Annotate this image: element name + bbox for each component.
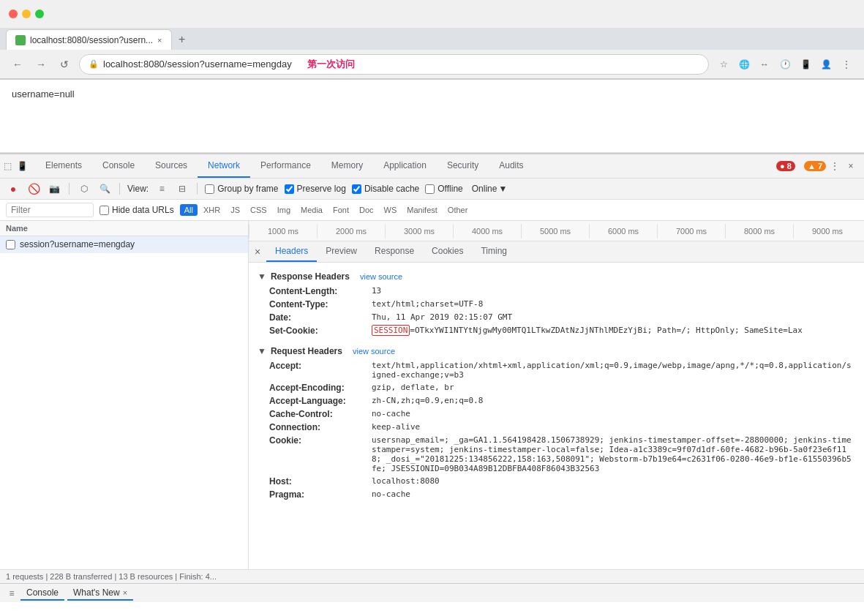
detail-tab-timing[interactable]: Timing (472, 241, 516, 262)
bookmark-button[interactable]: ☆ (715, 56, 732, 73)
forward-button[interactable]: → (32, 56, 50, 73)
url-bar[interactable]: 🔒 localhost:8080/session?username=mengda… (79, 54, 709, 75)
disable-cache-label[interactable]: Disable cache (352, 184, 419, 194)
screenshot-button[interactable]: 📷 (47, 181, 61, 196)
filter-type-media[interactable]: Media (296, 204, 327, 216)
request-headers-section[interactable]: ▼ Request Headers view source (258, 343, 855, 359)
large-view-button[interactable]: ⊟ (175, 181, 189, 196)
tab-elements[interactable]: Elements (35, 154, 92, 178)
maximize-window-button[interactable] (35, 10, 44, 18)
timeline-label-9: 9000 ms (793, 224, 861, 238)
header-name: Content-Type: (269, 299, 372, 309)
header-value: usersnap_email=; _ga=GA1.1.564198428.150… (372, 435, 855, 473)
close-window-button[interactable] (9, 10, 18, 18)
filter-type-manifest[interactable]: Manifest (402, 204, 442, 216)
request-row-checkbox[interactable] (6, 240, 15, 249)
hide-data-urls-label[interactable]: Hide data URLs (99, 205, 174, 215)
filter-type-all[interactable]: All (180, 204, 198, 216)
detail-tabs: × Headers Preview Response Cookies Timin… (249, 241, 864, 263)
header-name: Cache-Control: (269, 409, 372, 419)
refresh-button[interactable]: ↺ (56, 56, 73, 73)
tab-application[interactable]: Application (373, 154, 437, 178)
menu-button[interactable]: ⋮ (838, 56, 855, 73)
online-dropdown[interactable]: Online ▼ (469, 182, 511, 195)
record-button[interactable]: ● (6, 181, 20, 196)
tab-network[interactable]: Network (198, 154, 250, 178)
extensions-button[interactable]: 🌐 (735, 56, 753, 73)
device-icon[interactable]: 📱 (15, 159, 29, 173)
history-button[interactable]: 🕐 (776, 56, 794, 73)
filter-type-css[interactable]: CSS (246, 204, 271, 216)
minimize-window-button[interactable] (22, 10, 31, 18)
header-row-accept-encoding: Accept-Encoding: gzip, deflate, br (269, 381, 855, 394)
timeline-label-6: 6000 ms (589, 224, 657, 238)
response-headers-title: Response Headers (271, 271, 350, 282)
translate-button[interactable]: ↔ (756, 56, 773, 73)
timeline-label-5: 5000 ms (521, 224, 589, 238)
filter-type-ws[interactable]: WS (380, 204, 402, 216)
filter-types: All XHR JS CSS Img Media Font Doc WS Man… (180, 204, 473, 216)
detail-tab-response[interactable]: Response (366, 241, 423, 262)
detail-tab-cookies[interactable]: Cookies (423, 241, 472, 262)
header-row-set-cookie: Set-Cookie: SESSION=OTkxYWI1NTYtNjgwMy00… (269, 324, 855, 337)
bottom-tab-console[interactable]: Console (20, 586, 64, 601)
header-name: Connection: (269, 422, 372, 432)
filter-type-other[interactable]: Other (443, 204, 473, 216)
tab-security[interactable]: Security (437, 154, 489, 178)
back-button[interactable]: ← (9, 56, 26, 73)
nav-actions: ☆ 🌐 ↔ 🕐 📱 👤 ⋮ (715, 56, 855, 73)
name-header: Name (0, 221, 248, 236)
group-by-frame-checkbox[interactable] (205, 184, 214, 194)
group-by-frame-label[interactable]: Group by frame (205, 184, 278, 194)
filter-type-xhr[interactable]: XHR (199, 204, 225, 216)
filter-type-js[interactable]: JS (226, 204, 244, 216)
inspect-icon[interactable]: ⬚ (0, 159, 15, 173)
header-name: Set-Cookie: (269, 326, 372, 336)
tab-audits[interactable]: Audits (489, 154, 533, 178)
response-headers-section[interactable]: ▼ Response Headers view source (258, 268, 855, 285)
bottom-tab-whats-new-close[interactable]: × (123, 588, 127, 597)
offline-checkbox[interactable] (425, 184, 435, 194)
account-button[interactable]: 👤 (817, 56, 835, 73)
detail-tab-headers[interactable]: Headers (266, 241, 317, 262)
devtools: ⬚ 📱 Elements Console Sources Network Per… (0, 153, 864, 583)
filter-type-font[interactable]: Font (328, 204, 353, 216)
name-column-header: Name (6, 224, 28, 233)
separator-3 (197, 183, 198, 195)
devtools-close-button[interactable]: × (844, 159, 858, 173)
tab-performance[interactable]: Performance (250, 154, 321, 178)
bottom-bar: ≡ Console What's New × (0, 583, 864, 602)
header-name: Accept: (269, 361, 372, 380)
bottom-menu-button[interactable]: ≡ (6, 587, 18, 599)
header-name: Accept-Encoding: (269, 383, 372, 393)
clear-button[interactable]: 🚫 (26, 181, 41, 196)
filter-type-img[interactable]: Img (273, 204, 295, 216)
active-tab[interactable]: localhost:8080/session?usern... × (6, 29, 172, 50)
filter-type-doc[interactable]: Doc (355, 204, 378, 216)
detail-tab-preview[interactable]: Preview (317, 241, 366, 262)
status-bar: 1 requests | 228 B transferred | 13 B re… (0, 569, 864, 583)
devtools-more-button[interactable]: ⋮ (827, 159, 842, 173)
search-button[interactable]: 🔍 (97, 181, 112, 196)
tab-close-button[interactable]: × (157, 36, 162, 45)
detail-close-button[interactable]: × (249, 243, 266, 260)
response-view-source-link[interactable]: view source (360, 272, 402, 281)
preserve-log-label[interactable]: Preserve log (285, 184, 346, 194)
tab-console[interactable]: Console (92, 154, 145, 178)
table-row[interactable]: session?username=mengday (0, 236, 248, 253)
bottom-tab-whats-new[interactable]: What's New × (67, 586, 133, 601)
cast-button[interactable]: 📱 (797, 56, 814, 73)
bottom-tab-whats-new-label: What's New (73, 587, 120, 598)
offline-label[interactable]: Offline (425, 184, 462, 194)
filter-input[interactable] (6, 203, 94, 217)
filter-button[interactable]: ⬡ (77, 181, 91, 196)
request-view-source-link[interactable]: view source (353, 347, 395, 356)
list-view-button[interactable]: ≡ (154, 181, 169, 196)
disable-cache-checkbox[interactable] (352, 184, 361, 194)
network-toolbar: ● 🚫 📷 ⬡ 🔍 View: ≡ ⊟ Group by frame Prese… (0, 179, 864, 200)
hide-data-urls-checkbox[interactable] (99, 206, 109, 215)
preserve-log-checkbox[interactable] (285, 184, 294, 194)
new-tab-button[interactable]: + (172, 29, 192, 50)
tab-memory[interactable]: Memory (321, 154, 373, 178)
tab-sources[interactable]: Sources (145, 154, 198, 178)
